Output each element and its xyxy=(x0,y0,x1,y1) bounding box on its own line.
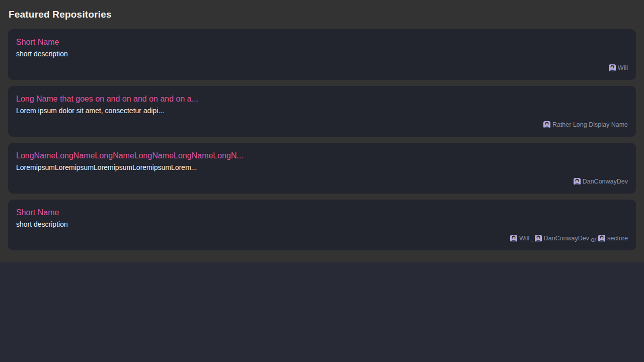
repo-description: short description xyxy=(16,49,628,59)
repo-authors: Will , DanConwayDev or sectore xyxy=(16,234,628,244)
repo-name-link[interactable]: LongNameLongNameLongNameLongNameLongName… xyxy=(16,150,628,161)
repo-description: short description xyxy=(16,219,628,230)
repo-card[interactable]: Long Name that goes on and on and on and… xyxy=(8,86,636,137)
avatar-icon xyxy=(609,64,616,71)
repo-name-link[interactable]: Short Name xyxy=(16,37,628,48)
repo-name-link[interactable]: Long Name that goes on and on and on and… xyxy=(16,94,628,105)
repo-authors: Will xyxy=(16,64,628,73)
author-name: sectore xyxy=(607,234,628,242)
repo-card[interactable]: Short Name short description Will xyxy=(8,29,636,80)
author-link[interactable]: Rather Long Display Name xyxy=(543,121,628,129)
author-name: Will xyxy=(618,64,628,72)
repo-description: LoremipsumLoremipsumLoremipsumLoremipsum… xyxy=(16,162,628,173)
author-name: DanConwayDev xyxy=(583,177,628,186)
author-separator: or xyxy=(589,236,598,243)
author-link[interactable]: DanConwayDev xyxy=(535,234,589,242)
author-name: DanConwayDev xyxy=(544,234,589,242)
repo-authors: DanConwayDev xyxy=(16,177,628,187)
repo-card[interactable]: LongNameLongNameLongNameLongNameLongName… xyxy=(8,143,636,194)
author-link[interactable]: Will xyxy=(609,64,628,72)
author-name: Rather Long Display Name xyxy=(552,121,628,129)
featured-repositories-section: Featured Repositories Short Name short d… xyxy=(0,0,644,262)
repo-name-link[interactable]: Short Name xyxy=(16,207,628,218)
avatar-icon xyxy=(598,235,605,242)
repo-card[interactable]: Short Name short description Will , DanC… xyxy=(8,200,636,250)
repo-card-list: Short Name short description Will Long N… xyxy=(8,29,636,250)
author-separator: , xyxy=(529,236,534,243)
avatar-icon xyxy=(543,121,550,128)
repo-authors: Rather Long Display Name xyxy=(16,121,628,130)
repo-description: Lorem ipsum dolor sit amet, consectetur … xyxy=(16,106,628,116)
author-link[interactable]: sectore xyxy=(598,234,628,242)
avatar-icon xyxy=(574,178,581,185)
author-link[interactable]: DanConwayDev xyxy=(574,177,628,186)
page-title: Featured Repositories xyxy=(9,9,636,20)
author-name: Will xyxy=(519,234,529,242)
avatar-icon xyxy=(535,235,542,242)
author-link[interactable]: Will xyxy=(510,234,529,242)
avatar-icon xyxy=(510,235,517,242)
